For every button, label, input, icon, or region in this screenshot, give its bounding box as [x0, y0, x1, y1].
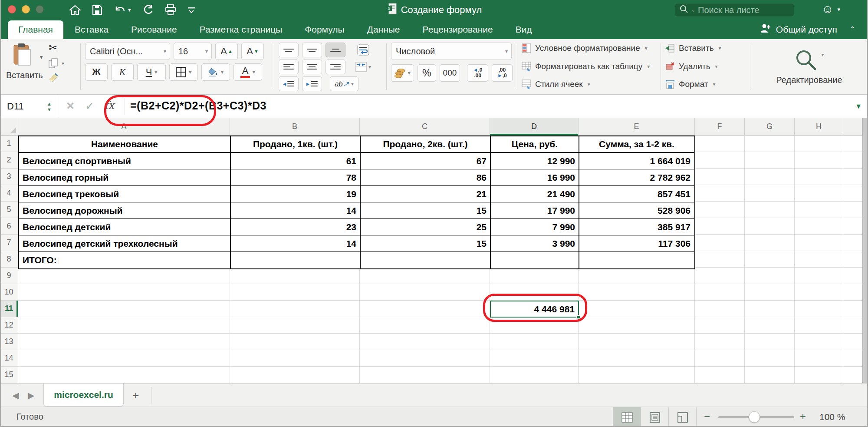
table-cell[interactable]: 17 990 [491, 202, 579, 219]
column-header-D[interactable]: D [490, 118, 579, 136]
table-cell[interactable]: 15 [361, 202, 491, 219]
home-icon[interactable] [69, 5, 81, 15]
table-cell[interactable]: 61 [231, 153, 361, 169]
table-header-cell[interactable]: Цена, руб. [491, 136, 579, 153]
table-header-cell[interactable]: Сумма, за 1-2 кв. [579, 136, 694, 153]
customize-toolbar-icon[interactable] [187, 7, 195, 13]
font-name-combo[interactable]: Calibri (Осн...▾ [85, 43, 170, 60]
insert-cells-button[interactable]: Вставить ▾ [665, 43, 746, 53]
normal-view-button[interactable] [613, 407, 641, 427]
column-header-C[interactable]: C [360, 118, 490, 136]
zoom-slider-thumb[interactable] [749, 411, 760, 423]
conditional-formatting-dropdown-icon[interactable]: ▾ [645, 45, 648, 51]
feedback-control[interactable]: ☺ ▾ [822, 3, 840, 16]
ribbon-tab-Данные[interactable]: Данные [356, 20, 411, 39]
underline-button[interactable]: Ч▾ [137, 63, 166, 81]
confirm-entry-icon[interactable]: ✓ [85, 100, 94, 113]
table-cell[interactable] [579, 252, 694, 268]
select-all-corner[interactable] [0, 118, 18, 136]
text-orientation-button[interactable]: ab↗ ▾ [330, 76, 358, 91]
align-right-button[interactable] [326, 60, 345, 74]
shrink-font-button[interactable]: A▼ [241, 43, 264, 60]
row-header-12[interactable]: 12 [0, 317, 18, 334]
row-header-11[interactable]: 11 [0, 301, 18, 317]
table-cell[interactable]: 86 [361, 169, 491, 186]
table-cell[interactable]: Велосипед детский трехколесный [19, 235, 231, 252]
minimize-button[interactable] [22, 5, 30, 13]
table-cell[interactable]: Велосипед детский [19, 219, 231, 235]
italic-button[interactable]: К [111, 63, 134, 81]
next-sheet-icon[interactable]: ▶ [28, 390, 34, 401]
redo-icon[interactable] [142, 4, 154, 16]
delete-cells-button[interactable]: Удалить ▾ [665, 62, 746, 71]
thousands-format-button[interactable]: 000 [440, 64, 460, 82]
selected-cell-D11[interactable]: 4 446 981 [490, 301, 579, 318]
table-cell[interactable]: 12 990 [491, 153, 579, 169]
add-sheet-button[interactable]: + [132, 389, 139, 402]
row-header-10[interactable]: 10 [0, 284, 18, 301]
borders-button[interactable]: ▾ [169, 63, 198, 81]
table-cell[interactable]: 16 990 [491, 169, 579, 186]
row-header-1[interactable]: 1 [0, 136, 18, 152]
fullscreen-button[interactable] [36, 5, 44, 13]
percent-format-button[interactable]: % [418, 64, 436, 82]
row-header-3[interactable]: 3 [0, 169, 18, 185]
row-header-6[interactable]: 6 [0, 218, 18, 235]
format-cells-button[interactable]: Формат ▾ [665, 79, 746, 89]
copy-button[interactable]: ▾ [49, 58, 64, 69]
column-header-G[interactable]: G [745, 118, 795, 136]
number-format-combo[interactable]: Числовой▾ [391, 43, 512, 60]
currency-dropdown-icon[interactable]: ▾ [408, 70, 411, 76]
share-control[interactable]: Общий доступ ⌃ [760, 20, 856, 39]
align-top-button[interactable] [279, 43, 299, 57]
insert-function-icon[interactable]: fx [104, 99, 114, 112]
ribbon-tab-Разметка страницы[interactable]: Разметка страницы [188, 20, 294, 39]
table-cell[interactable]: 67 [361, 153, 491, 169]
grow-font-button[interactable]: A▲ [215, 43, 238, 60]
table-cell[interactable]: 14 [231, 235, 361, 252]
fill-color-button[interactable]: ▾ [201, 63, 230, 81]
row-header-9[interactable]: 9 [0, 268, 18, 284]
row-header-2[interactable]: 2 [0, 152, 18, 169]
ribbon-tab-Формулы[interactable]: Формулы [293, 20, 355, 39]
ribbon-tab-Рисование[interactable]: Рисование [120, 20, 188, 39]
align-bottom-button[interactable] [326, 43, 345, 57]
insert-cells-dropdown-icon[interactable]: ▾ [719, 45, 721, 51]
row-header-15[interactable]: 15 [0, 367, 18, 383]
table-cell[interactable]: 19 [231, 186, 361, 202]
table-cell[interactable]: 385 917 [579, 219, 694, 235]
font-color-dropdown-icon[interactable]: ▾ [253, 69, 255, 75]
borders-dropdown-icon[interactable]: ▾ [189, 69, 191, 75]
column-header-A[interactable]: A [18, 118, 230, 136]
table-cell[interactable]: 528 906 [579, 202, 694, 219]
table-cell[interactable]: 78 [231, 169, 361, 186]
sheet-tab-active[interactable]: microexcel.ru [43, 384, 124, 407]
table-cell[interactable]: Велосипед трековый [19, 186, 231, 202]
prev-sheet-icon[interactable]: ◀ [12, 390, 19, 401]
undo-dropdown-icon[interactable]: ▾ [128, 7, 131, 13]
column-header-B[interactable]: B [230, 118, 360, 136]
table-header-cell[interactable]: Продано, 2кв. (шт.) [361, 136, 491, 153]
expand-formula-bar-icon[interactable]: ▼ [855, 103, 862, 110]
formula-input[interactable]: =(B2+C2)*D2+(B3+C3)*D3 [130, 99, 266, 112]
format-cells-dropdown-icon[interactable]: ▾ [713, 81, 716, 87]
page-break-view-button[interactable] [669, 407, 697, 427]
table-cell[interactable]: 7 990 [491, 219, 579, 235]
table-cell[interactable]: 23 [231, 219, 361, 235]
ribbon-tab-Вид[interactable]: Вид [504, 20, 543, 39]
row-header-14[interactable]: 14 [0, 350, 18, 367]
table-cell[interactable]: 117 306 [579, 235, 694, 252]
wrap-text-button[interactable] [353, 43, 373, 57]
column-header-F[interactable]: F [695, 118, 745, 136]
row-header-5[interactable]: 5 [0, 202, 18, 218]
table-cell[interactable]: Велосипед дорожный [19, 202, 231, 219]
currency-format-button[interactable]: ▾ [391, 64, 414, 82]
table-header-cell[interactable]: Наименование [19, 136, 231, 153]
fill-color-dropdown-icon[interactable]: ▾ [221, 69, 224, 75]
find-button[interactable]: ▾ [794, 48, 824, 72]
cut-button[interactable]: ✂ [49, 42, 57, 54]
table-cell[interactable]: Велосипед спортивный [19, 153, 231, 169]
cell-styles-button[interactable]: Стили ячеек ▾ [522, 79, 656, 89]
decrease-indent-button[interactable]: ◂ [279, 76, 299, 91]
fill-handle[interactable] [576, 315, 581, 319]
